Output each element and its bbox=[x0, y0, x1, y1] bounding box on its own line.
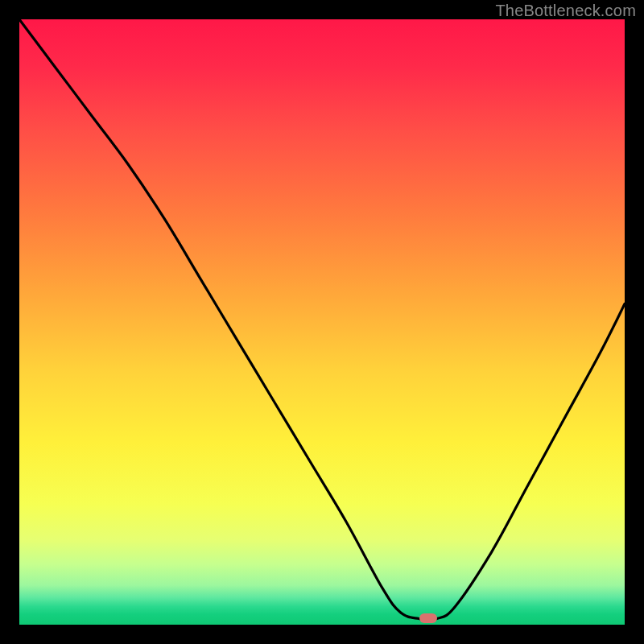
plot-area bbox=[19, 19, 625, 625]
optimal-point-marker bbox=[419, 613, 437, 623]
chart-frame: TheBottleneck.com bbox=[0, 0, 644, 644]
bottleneck-curve bbox=[19, 19, 625, 625]
watermark-text: TheBottleneck.com bbox=[495, 2, 636, 20]
